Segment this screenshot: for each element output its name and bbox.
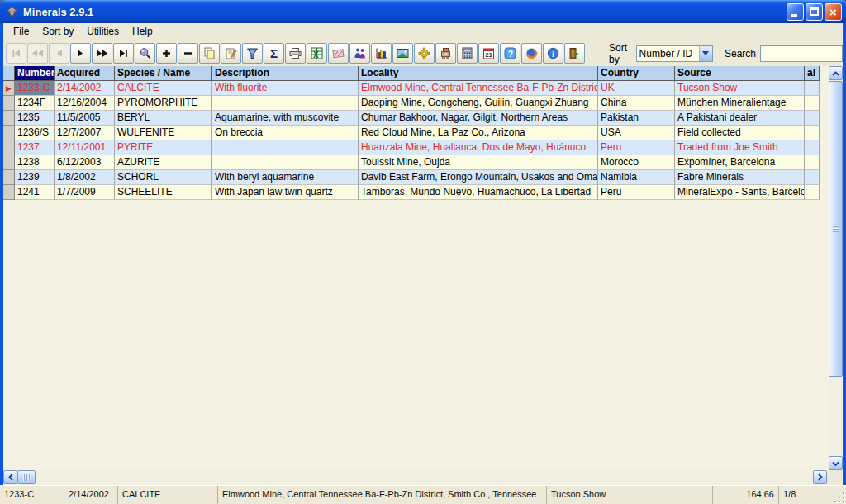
scroll-down-button[interactable] bbox=[829, 456, 843, 470]
copy-button[interactable] bbox=[199, 43, 220, 64]
column-header-number[interactable]: Number bbox=[15, 66, 55, 81]
cell-description[interactable] bbox=[212, 140, 359, 155]
labels-button[interactable] bbox=[328, 43, 349, 64]
prior-record-button[interactable] bbox=[49, 43, 69, 64]
cell-locality[interactable]: Daoping Mine, Gongcheng, Guilin, Guangxi… bbox=[359, 96, 598, 111]
cell-acquired[interactable]: 12/11/2001 bbox=[55, 140, 115, 155]
cell-number[interactable]: 1234F bbox=[15, 96, 55, 111]
cell-acquired[interactable]: 6/12/2003 bbox=[55, 155, 115, 170]
cell-species[interactable]: SCHORL bbox=[115, 170, 212, 185]
cell-partial[interactable] bbox=[805, 126, 820, 140]
cell-source[interactable]: Expomíner, Barcelona bbox=[675, 155, 805, 170]
cell-partial[interactable] bbox=[805, 170, 820, 185]
close-button[interactable]: × bbox=[825, 3, 842, 21]
scroll-left-button[interactable] bbox=[3, 470, 17, 484]
first-record-button[interactable] bbox=[6, 43, 26, 64]
prior-page-button[interactable] bbox=[27, 43, 48, 64]
exit-button[interactable] bbox=[564, 43, 585, 64]
cell-partial[interactable] bbox=[805, 81, 820, 96]
cell-partial[interactable] bbox=[805, 96, 820, 111]
column-header-source[interactable]: Source bbox=[675, 66, 805, 81]
column-header-locality[interactable]: Locality bbox=[359, 66, 598, 81]
cell-partial[interactable] bbox=[805, 140, 820, 155]
help-button[interactable]: ? bbox=[500, 43, 520, 64]
table-row[interactable]: 1238 6/12/2003 AZURITE Touissit Mine, Ou… bbox=[3, 155, 843, 170]
table-row[interactable]: 1237 12/11/2001 PYRITE Huanzala Mine, Hu… bbox=[3, 140, 843, 155]
cell-acquired[interactable]: 1/8/2002 bbox=[55, 170, 115, 185]
cell-species[interactable]: AZURITE bbox=[115, 155, 212, 170]
last-record-button[interactable] bbox=[113, 43, 134, 64]
cell-locality[interactable]: Huanzala Mine, Huallanca, Dos de Mayo, H… bbox=[359, 140, 598, 155]
info-button[interactable]: i bbox=[543, 43, 563, 64]
cell-number[interactable]: 1239 bbox=[15, 170, 55, 185]
vertical-scrollbar[interactable] bbox=[829, 66, 843, 470]
cell-description[interactable] bbox=[212, 155, 359, 170]
filter-button[interactable] bbox=[242, 43, 263, 64]
cell-acquired[interactable]: 12/16/2004 bbox=[55, 96, 115, 111]
sum-button[interactable]: Σ bbox=[264, 43, 284, 64]
table-row[interactable]: 1239 1/8/2002 SCHORL With beryl aquamari… bbox=[3, 170, 843, 185]
cell-description[interactable] bbox=[212, 96, 359, 111]
scroll-right-button[interactable] bbox=[813, 470, 827, 484]
calendar-button[interactable]: 21 bbox=[478, 43, 499, 64]
scroll-up-button[interactable] bbox=[829, 66, 843, 80]
column-header-country[interactable]: Country bbox=[598, 66, 675, 81]
column-header-description[interactable]: Description bbox=[212, 66, 359, 81]
cell-number[interactable]: 1235 bbox=[15, 111, 55, 126]
title-bar[interactable]: Minerals 2.9.1 × bbox=[0, 0, 846, 23]
cell-description[interactable]: Aquamarine, with muscovite bbox=[212, 111, 359, 126]
menu-utilities[interactable]: Utilities bbox=[80, 24, 126, 39]
column-header-partial[interactable]: al bbox=[805, 66, 820, 81]
cell-number[interactable]: 1238 bbox=[15, 155, 55, 170]
resize-grip[interactable] bbox=[834, 492, 844, 502]
cell-locality[interactable]: Chumar Bakhoor, Nagar, Gilgit, Northern … bbox=[359, 111, 598, 126]
cell-description[interactable]: On breccia bbox=[212, 126, 359, 140]
search-input[interactable] bbox=[760, 45, 843, 62]
image-button[interactable] bbox=[392, 43, 413, 64]
cell-partial[interactable] bbox=[805, 185, 820, 200]
delete-record-button[interactable] bbox=[178, 43, 198, 64]
cell-locality[interactable]: Davib East Farm, Erongo Mountain, Usakos… bbox=[359, 170, 598, 185]
dropdown-button[interactable] bbox=[699, 46, 712, 61]
cell-source[interactable]: Traded from Joe Smith bbox=[675, 140, 805, 155]
chart-button[interactable] bbox=[371, 43, 392, 64]
table-row[interactable]: ▶ 1233-C 2/14/2002 CALCITE With fluorite… bbox=[3, 81, 843, 96]
cell-partial[interactable] bbox=[805, 155, 820, 170]
table-row[interactable]: 1234F 12/16/2004 PYROMORPHITE Daoping Mi… bbox=[3, 96, 843, 111]
cell-source[interactable]: MineralExpo - Sants, Barcelona bbox=[675, 185, 805, 200]
table-row[interactable]: 1241 1/7/2009 SCHEELITE With Japan law t… bbox=[3, 185, 843, 200]
horizontal-scroll-thumb[interactable] bbox=[17, 470, 36, 484]
cell-description[interactable]: With beryl aquamarine bbox=[212, 170, 359, 185]
cell-species[interactable]: CALCITE bbox=[115, 81, 212, 96]
table-row[interactable]: 1235 11/5/2005 BERYL Aquamarine, with mu… bbox=[3, 111, 843, 126]
cell-source[interactable]: Tucson Show bbox=[675, 81, 805, 96]
sortby-dropdown[interactable]: Number / ID bbox=[636, 45, 713, 62]
cell-acquired[interactable]: 2/14/2002 bbox=[55, 81, 115, 96]
cell-locality[interactable]: Elmwood Mine, Central Tennessee Ba-F-Pb-… bbox=[359, 81, 598, 96]
edit-button[interactable] bbox=[221, 43, 241, 64]
settings-button[interactable] bbox=[414, 43, 435, 64]
cell-description[interactable]: With Japan law twin quartz bbox=[212, 185, 359, 200]
calculator-button[interactable] bbox=[457, 43, 478, 64]
robot-button[interactable] bbox=[435, 43, 456, 64]
cell-species[interactable]: PYROMORPHITE bbox=[115, 96, 212, 111]
cell-acquired[interactable]: 1/7/2009 bbox=[55, 185, 115, 200]
maximize-button[interactable] bbox=[806, 3, 823, 21]
menu-file[interactable]: File bbox=[7, 24, 36, 39]
cell-country[interactable]: Namibia bbox=[598, 170, 675, 185]
cell-country[interactable]: Peru bbox=[598, 185, 675, 200]
export-excel-button[interactable]: X bbox=[307, 43, 327, 64]
column-header-species[interactable]: Species / Name bbox=[115, 66, 212, 81]
cell-country[interactable]: Morocco bbox=[598, 155, 675, 170]
minimize-button[interactable] bbox=[787, 3, 804, 21]
cell-country[interactable]: USA bbox=[598, 126, 675, 140]
horizontal-scrollbar[interactable] bbox=[3, 470, 843, 485]
cell-country[interactable]: UK bbox=[598, 81, 675, 96]
cell-source[interactable]: München Mineralientage bbox=[675, 96, 805, 111]
cell-description[interactable]: With fluorite bbox=[212, 81, 359, 96]
cell-species[interactable]: PYRITE bbox=[115, 140, 212, 155]
next-record-button[interactable] bbox=[70, 43, 91, 64]
cell-number[interactable]: 1236/S bbox=[15, 126, 55, 140]
cell-number[interactable]: 1237 bbox=[15, 140, 55, 155]
cell-locality[interactable]: Tamboras, Mundo Nuevo, Huamachuco, La Li… bbox=[359, 185, 598, 200]
